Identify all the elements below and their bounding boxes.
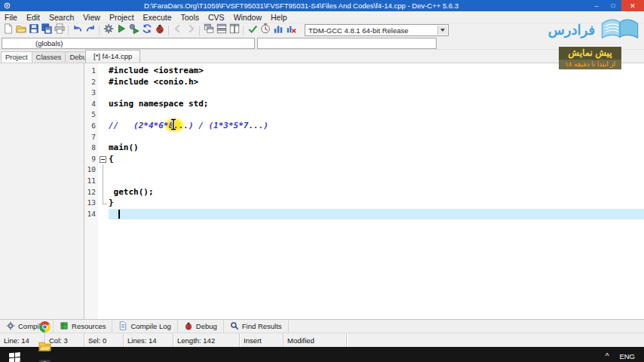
bottom-tab-find-results[interactable]: Find Results [224, 320, 289, 333]
taskbar-file-explorer[interactable] [29, 338, 60, 357]
line-number[interactable]: 4 [84, 99, 98, 110]
members-select[interactable] [257, 38, 437, 49]
taskbar: ^ ENG [0, 347, 644, 362]
profile-button[interactable] [259, 24, 271, 36]
undo-button[interactable] [71, 24, 84, 36]
line-number[interactable]: 8 [84, 143, 98, 154]
delete-profiling-icon [286, 23, 296, 37]
code-text: getch(); [109, 187, 644, 198]
code-line[interactable]: 11 [84, 176, 644, 187]
code-line[interactable]: 5 [84, 109, 644, 121]
code-editor[interactable]: 1#include <iostream>2#include <conio.h>3… [84, 63, 644, 319]
code-text: } [109, 198, 644, 209]
save-button[interactable] [27, 24, 40, 36]
fold-column [98, 87, 109, 99]
compile-run-button[interactable] [127, 24, 140, 36]
status-length: Length: 142 [173, 333, 240, 347]
bottom-tab-debug[interactable]: Debug [178, 320, 224, 333]
menu-search[interactable]: Search [44, 11, 78, 23]
code-line[interactable]: 6// (2*4*6*8...) / (1*3*5*7...) [84, 121, 644, 132]
menu-cvs[interactable]: CVS [204, 11, 229, 23]
status-sel: Sel: 0 [84, 333, 124, 347]
forward-icon [186, 23, 196, 37]
bottom-tab-resources[interactable]: Resources [54, 320, 112, 333]
toolbar-separator [99, 26, 100, 35]
code-line[interactable]: 2#include <conio.h> [84, 77, 644, 88]
profiling-chart-button[interactable] [271, 24, 284, 36]
devcpp-app-icon [2, 1, 12, 11]
menu-tools[interactable]: Tools [176, 11, 204, 23]
tab-f4-14-cpp[interactable]: [*] f4-14.cpp [85, 50, 140, 63]
line-number[interactable]: 12 [84, 187, 98, 198]
line-number[interactable]: 7 [84, 132, 98, 143]
code-line[interactable]: 3 [84, 87, 644, 99]
fold-marker[interactable] [98, 154, 109, 165]
menu-edit[interactable]: Edit [22, 11, 44, 23]
menu-window[interactable]: Window [229, 11, 266, 23]
line-number[interactable]: 5 [84, 109, 98, 121]
line-number[interactable]: 13 [84, 198, 98, 209]
line-number[interactable]: 2 [84, 77, 98, 88]
window-cascade-button[interactable] [202, 24, 215, 36]
code-text [109, 132, 644, 143]
compile-button[interactable] [102, 24, 115, 36]
menu-help[interactable]: Help [266, 11, 292, 23]
toolbar-separator [243, 26, 244, 35]
open-button[interactable] [14, 24, 27, 36]
line-number[interactable]: 10 [84, 164, 98, 176]
code-text [109, 176, 644, 187]
line-number[interactable]: 9 [84, 154, 98, 165]
debug-button[interactable] [153, 24, 166, 36]
run-button[interactable] [115, 24, 127, 36]
fold-column [98, 66, 109, 77]
save-all-button[interactable] [40, 24, 53, 36]
line-number[interactable]: 3 [84, 87, 98, 99]
compiler-profile-value: TDM-GCC 4.8.1 64-bit Release [308, 26, 409, 35]
code-line[interactable]: 4using namespace std; [84, 99, 644, 110]
compiler-profile-select[interactable]: TDM-GCC 4.8.1 64-bit Release [305, 24, 449, 36]
code-line[interactable]: 7 [84, 132, 644, 143]
statusbar: Line: 14Col: 3Sel: 0Lines: 14Length: 142… [0, 333, 644, 347]
redo-button[interactable] [84, 24, 97, 36]
globals-select[interactable]: (globals) [2, 38, 255, 49]
code-line[interactable]: 12 getch(); [84, 187, 644, 198]
line-number[interactable]: 1 [84, 66, 98, 77]
close-button[interactable]: ✕ [621, 0, 644, 11]
start-button[interactable] [0, 347, 29, 362]
new-file-button[interactable] [2, 24, 14, 36]
rebuild-button[interactable] [140, 24, 153, 36]
sidebar-tab-classes[interactable]: Classes [32, 51, 66, 63]
code-line[interactable]: 10 [84, 164, 644, 176]
code-line[interactable]: 8main() [84, 143, 644, 154]
menu-execute[interactable]: Execute [139, 11, 176, 23]
maximize-button[interactable]: □ [605, 0, 621, 11]
fold-column [98, 198, 109, 209]
taskbar-media-app[interactable] [29, 357, 60, 362]
code-text: #include <conio.h> [109, 77, 644, 88]
taskbar-chrome[interactable] [29, 319, 60, 338]
bottom-tab-compile-log[interactable]: Compile Log [112, 320, 177, 333]
tray-expand-button[interactable]: ^ [606, 352, 609, 360]
window-tile-horizontal-button[interactable] [215, 24, 228, 36]
print-button[interactable] [53, 24, 66, 36]
window-tile-horizontal-icon [216, 23, 227, 37]
syntax-check-button[interactable] [246, 24, 259, 36]
menu-project[interactable]: Project [105, 11, 139, 23]
titlebar[interactable]: D:\FaraDars.Org\T1059\FVSFT95031\FVSFT95… [0, 0, 644, 11]
sidebar-tab-project[interactable]: Project [1, 51, 32, 63]
minimize-button[interactable]: – [588, 0, 605, 11]
language-indicator[interactable]: ENG [619, 352, 635, 360]
code-line[interactable]: 9{ [84, 154, 644, 165]
line-number[interactable]: 14 [84, 209, 98, 220]
delete-profiling-button[interactable] [284, 24, 297, 36]
line-number[interactable]: 6 [84, 121, 98, 132]
menu-view[interactable]: View [78, 11, 105, 23]
code-line[interactable]: 14 [84, 209, 644, 220]
menu-file[interactable]: File [0, 11, 22, 23]
window-tile-vertical-button[interactable] [228, 24, 241, 36]
code-line[interactable]: 13} [84, 198, 644, 209]
code-text [109, 109, 644, 121]
chevron-down-icon [437, 26, 447, 35]
fold-column [98, 176, 109, 187]
line-number[interactable]: 11 [84, 176, 98, 187]
